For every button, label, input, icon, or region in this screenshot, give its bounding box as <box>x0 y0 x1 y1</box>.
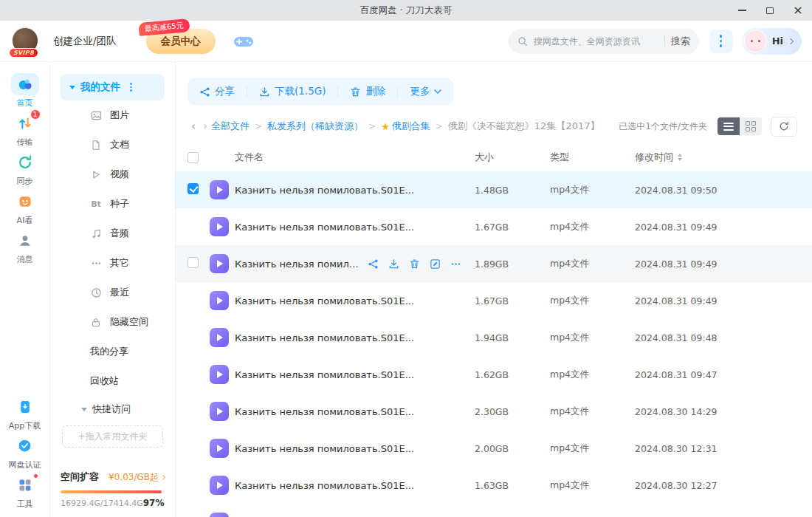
nav-item-home[interactable]: 首页 <box>4 71 46 110</box>
refresh-button[interactable] <box>771 117 797 137</box>
search-submit[interactable]: 搜索 <box>671 35 690 48</box>
delete-button[interactable]: 删除 <box>338 85 397 98</box>
sidebar-item-quick-access[interactable]: 快捷访问 <box>50 396 175 422</box>
row-checkbox[interactable] <box>187 183 199 194</box>
user-profile-pill[interactable]: Hi <box>742 28 802 55</box>
sidebar-item-videos[interactable]: 视频 <box>50 160 175 189</box>
sidebar-item-torrents[interactable]: Bt 种子 <box>50 189 175 219</box>
grid-view-button[interactable] <box>740 117 762 135</box>
file-name[interactable]: Казнить нельзя помиловать.S01E... <box>235 258 360 270</box>
nav-item-ai-view[interactable]: AI看 <box>4 188 46 227</box>
table-row[interactable]: Казнить нельзя помиловать.S01E... 2.00GB… <box>176 430 812 467</box>
sidebar-item-hidden-space[interactable]: 隐藏空间 <box>50 307 175 337</box>
file-type: mp4文件 <box>550 221 635 233</box>
pinned-folder-dropzone[interactable]: +拖入常用文件夹 <box>62 425 163 448</box>
breadcrumb-all-files[interactable]: 全部文件 <box>211 120 250 133</box>
nav-item-app-download[interactable]: App下载 <box>4 394 46 433</box>
search-box[interactable]: 搜索 <box>509 29 699 54</box>
share-button[interactable]: 分享 <box>187 85 247 98</box>
table-row[interactable]: Казнить нельзя помиловать.S01E... 1.67GB… <box>176 208 812 245</box>
breadcrumb-series-folder[interactable]: 私发系列（稀缺资源） <box>267 120 363 133</box>
sort-icon[interactable] <box>678 154 682 161</box>
back-button[interactable]: ‹ <box>187 121 199 132</box>
my-files-menu-icon[interactable] <box>130 83 132 92</box>
file-name[interactable]: Казнить нельзя помиловать.S01E... <box>235 185 414 196</box>
sidebar-item-recent[interactable]: 最近 <box>50 278 175 307</box>
storage-expand-offer[interactable]: ¥0.03/GB起 <box>109 471 165 484</box>
table-row[interactable]: Казнить нельзя помиловать.S01E... 1.48GB… <box>176 171 812 208</box>
nav-item-sync[interactable]: 同步 <box>4 149 46 188</box>
list-view-button[interactable] <box>718 117 740 135</box>
caret-down-icon <box>69 86 75 89</box>
table-row[interactable]: Казнить нельзя помиловать.S01E... 1.94GB… <box>176 319 812 356</box>
file-name[interactable]: Казнить нельзя помиловать.S01E... <box>235 480 414 491</box>
play-glyph <box>217 223 223 230</box>
nav-item-transfer[interactable]: 1 传输 <box>4 110 46 149</box>
file-name[interactable]: Казнить нельзя помиловать.S01E... <box>235 406 414 417</box>
create-team-link[interactable]: 创建企业/团队 <box>53 35 117 48</box>
sync-icon <box>11 151 39 174</box>
table-row[interactable]: Казнить нельзя помиловать.S01E... 1.89GB… <box>176 245 812 282</box>
certification-icon <box>11 435 39 457</box>
storage-usage-percent: 97% <box>143 498 165 508</box>
ai-view-icon <box>11 191 39 213</box>
close-button[interactable]: × <box>784 0 812 21</box>
table-row[interactable]: Казнить нельзя помиловать.S01E... 1.62GB… <box>176 356 812 393</box>
sidebar-item-my-files[interactable]: 我的文件 <box>61 74 165 100</box>
window-controls: × <box>728 0 812 21</box>
forward-button[interactable]: › <box>199 121 211 132</box>
list-view-icon <box>723 123 734 131</box>
row-download-icon[interactable] <box>388 258 399 270</box>
column-header-name[interactable]: 文件名 <box>235 151 469 164</box>
row-more-icon[interactable] <box>450 258 461 270</box>
sidebar-item-audio[interactable]: 音频 <box>50 219 175 248</box>
user-logo[interactable]: SVIP8 <box>12 27 40 55</box>
file-name[interactable]: Казнить нельзя помиловать.S01E... <box>235 369 414 380</box>
table-row[interactable] <box>176 504 812 517</box>
video-file-icon <box>210 365 229 384</box>
nav-item-certification[interactable]: 网盘认证 <box>4 433 46 472</box>
category-label: 其它 <box>110 256 129 270</box>
column-header-size[interactable]: 大小 <box>469 151 550 164</box>
sidebar-item-recycle-bin[interactable]: 回收站 <box>50 366 175 396</box>
download-button[interactable]: 下载(1.5G) <box>247 85 337 98</box>
column-header-time[interactable]: 修改时间 <box>635 151 797 164</box>
breadcrumb-collection-folder[interactable]: 俄剧合集 <box>392 120 430 133</box>
file-name[interactable]: Казнить нельзя помиловать.S01E... <box>235 222 414 233</box>
column-header-type[interactable]: 类型 <box>550 151 635 164</box>
quick-access-label: 快捷访问 <box>92 403 131 416</box>
table-row[interactable]: Казнить нельзя помиловать.S01E... 1.67GB… <box>176 282 812 319</box>
table-row[interactable]: Казнить нельзя помиловать.S01E... 2.30GB… <box>176 393 812 430</box>
sidebar-item-others[interactable]: 其它 <box>50 248 175 278</box>
file-name[interactable]: Казнить нельзя помиловать.S01E... <box>235 443 414 454</box>
category-label: 隐藏空间 <box>110 315 148 329</box>
file-time: 2024.08.31 09:49 <box>635 295 797 307</box>
video-file-icon <box>210 217 229 236</box>
ellipsis-icon <box>90 257 102 269</box>
row-checkbox[interactable] <box>187 257 199 268</box>
sidebar-item-documents[interactable]: 文档 <box>50 130 175 160</box>
dropzone-hint: +拖入常用文件夹 <box>78 431 147 443</box>
sidebar-item-my-shares[interactable]: 我的分享 <box>50 337 175 366</box>
more-actions-button[interactable]: 更多 <box>398 85 453 98</box>
row-hover-actions <box>368 258 461 270</box>
file-name[interactable]: Казнить нельзя помиловать.S01E... <box>235 295 414 307</box>
row-rename-icon[interactable] <box>430 258 441 270</box>
category-label: 最近 <box>110 286 129 299</box>
greeting-text: Hi <box>772 35 783 47</box>
table-row[interactable]: Казнить нельзя помиловать.S01E... 1.63GB… <box>176 467 812 504</box>
search-input[interactable] <box>534 36 658 47</box>
vip-center-button[interactable]: 最高减65元 会员中心 <box>146 29 216 54</box>
file-list: Казнить нельзя помиловать.S01E... 1.48GB… <box>187 171 797 517</box>
file-name[interactable]: Казнить нельзя помиловать.S01E... <box>235 332 414 343</box>
nav-item-messages[interactable]: 消息 <box>4 227 46 267</box>
row-share-icon[interactable] <box>368 258 379 270</box>
minimize-button[interactable] <box>728 0 756 21</box>
select-all-checkbox[interactable] <box>187 152 199 163</box>
game-center-icon[interactable] <box>233 34 254 49</box>
nav-item-tools[interactable]: 工具 <box>4 472 46 511</box>
maximize-button[interactable] <box>756 0 784 21</box>
sidebar-item-images[interactable]: 图片 <box>50 100 175 130</box>
more-menu-button[interactable] <box>709 30 733 53</box>
row-delete-icon[interactable] <box>409 258 420 270</box>
